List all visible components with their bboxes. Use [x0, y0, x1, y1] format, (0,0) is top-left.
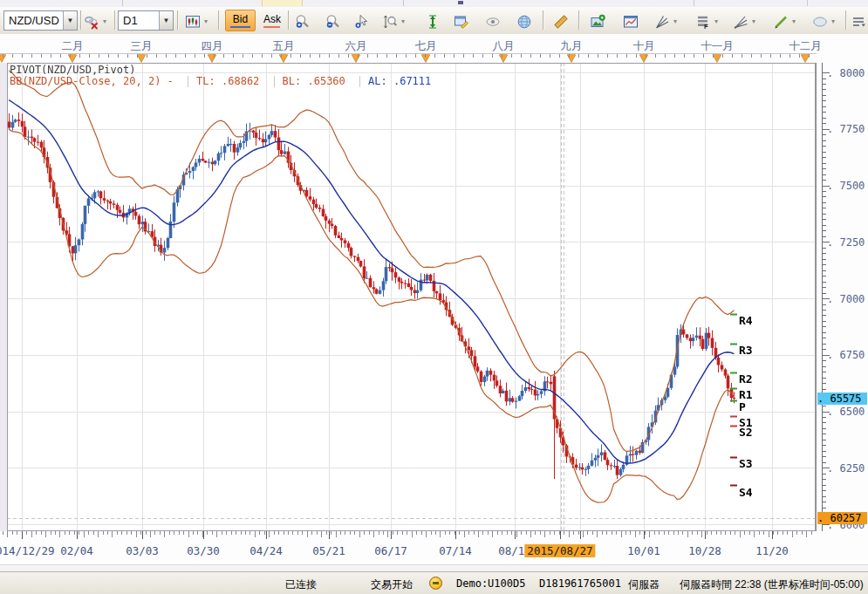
chevron-down-icon[interactable]: ▼	[159, 11, 173, 30]
ruler-tick	[617, 54, 618, 58]
month-label: 七月	[415, 39, 437, 54]
chevron-down-icon[interactable]: ▾	[673, 17, 677, 25]
chevron-down-icon[interactable]: ▾	[752, 17, 755, 25]
ruler-tick	[166, 54, 167, 58]
ruler-tick	[12, 54, 13, 58]
period-select[interactable]: D1 ▼	[118, 10, 174, 31]
ruler-tick	[682, 531, 683, 535]
ruler-tick	[3, 531, 3, 535]
ruler-tick	[321, 531, 322, 537]
chevron-down-icon[interactable]: ▾	[204, 17, 208, 25]
ruler-tick	[435, 531, 436, 535]
zoom-out-button[interactable]	[321, 10, 345, 33]
ruler-tick	[550, 54, 550, 58]
ruler-tick	[169, 531, 170, 535]
pencil-line-button[interactable]	[769, 10, 793, 33]
bid-button[interactable]: Bid	[225, 10, 256, 31]
globe-button[interactable]	[512, 10, 537, 33]
ruler-tick	[93, 531, 94, 535]
price-tick	[823, 451, 826, 452]
ruler-button[interactable]	[549, 10, 573, 33]
ruler-tick	[587, 531, 588, 535]
vertical-zoom-button[interactable]	[378, 10, 402, 33]
pitchfork-button[interactable]	[650, 10, 674, 33]
chart-type-button[interactable]	[181, 10, 205, 33]
date-major-tick	[772, 531, 773, 539]
pitchfork-icon	[654, 14, 670, 30]
ruler-tick	[742, 54, 742, 58]
chevron-down-icon[interactable]: ▾	[714, 17, 718, 25]
ruler-tick	[146, 531, 147, 535]
eye-button[interactable]	[481, 10, 505, 33]
price-tick	[823, 112, 826, 113]
price-tick	[823, 366, 826, 367]
cursor-zoom-button[interactable]	[350, 10, 374, 33]
chevron-down-icon[interactable]: ▼	[63, 11, 77, 30]
price-tick	[823, 490, 826, 491]
ruler-tick	[654, 531, 655, 535]
unlink-button[interactable]	[79, 10, 104, 33]
ruler-tick	[630, 531, 631, 535]
ruler-tick	[195, 54, 195, 58]
chevron-down-icon[interactable]: ▾	[401, 17, 405, 25]
price-tick-label: . 7500	[827, 180, 865, 192]
fibonacci-button[interactable]: F	[691, 10, 715, 33]
ruler-tick	[331, 531, 331, 535]
price-tick	[823, 219, 826, 220]
ruler-tick	[482, 531, 483, 535]
price-tick	[823, 264, 826, 265]
price-tick	[823, 106, 826, 107]
ruler-tick	[497, 531, 498, 535]
pivot-level-label-r4: R4	[739, 316, 753, 326]
chart-plot-area[interactable]: PIVOT(NZD/USD,Pivot) BB(NZD/USD-Close, 2…	[7, 63, 816, 531]
price-tick	[823, 293, 826, 294]
current-price-tag: . 65575	[817, 393, 867, 405]
ruler-tick	[319, 54, 320, 58]
date-tick-label: 11/20	[755, 544, 789, 557]
ruler-tick	[751, 54, 752, 58]
ruler-tick	[730, 531, 731, 535]
price-tick	[823, 321, 826, 322]
ruler-tick	[540, 54, 541, 58]
ruler-tick	[326, 531, 327, 535]
line-list-button[interactable]	[846, 10, 868, 33]
ruler-tick	[317, 531, 318, 535]
price-axis[interactable]: . 8000. 7750. 7500. 7250. 7000. 6750. 65…	[816, 63, 868, 531]
chart-window-button[interactable]	[619, 10, 643, 33]
ask-button[interactable]: Ask	[258, 10, 285, 31]
ruler-tick	[468, 531, 469, 535]
ruler-tick	[684, 54, 685, 58]
chevron-down-icon[interactable]: ▾	[831, 17, 835, 25]
ruler-tick	[407, 531, 407, 535]
top-strip-separator	[807, 0, 808, 6]
ruler-tick	[70, 54, 71, 58]
edit-window-button[interactable]	[449, 10, 474, 33]
month-marker-triangle	[208, 54, 216, 62]
price-ruler	[822, 63, 823, 531]
vertical-fit-button[interactable]	[420, 10, 445, 33]
price-tick	[823, 383, 826, 384]
price-tick	[823, 208, 826, 208]
ruler-tick	[137, 54, 138, 58]
ruler-tick	[226, 531, 227, 535]
ruler-tick	[41, 531, 42, 535]
price-chart-canvas[interactable]	[7, 63, 816, 531]
ruler-tick	[773, 531, 774, 535]
add-image-button[interactable]	[585, 10, 610, 33]
ellipse-tool-button[interactable]	[808, 10, 832, 33]
ruler-tick	[241, 531, 242, 535]
ruler-tick	[425, 54, 426, 58]
symbol-select[interactable]: NZD/USD ▼	[3, 10, 78, 31]
chevron-down-icon[interactable]: ▾	[792, 17, 796, 25]
ruler-tick	[459, 531, 460, 535]
zoom-in-button[interactable]	[290, 10, 315, 33]
ruler-tick	[612, 531, 612, 535]
date-axis[interactable]: 2014/12/2902/0403/0303/3004/2405/2106/17…	[0, 531, 868, 564]
ruler-tick	[583, 531, 584, 537]
chevron-down-icon[interactable]: ▾	[103, 17, 106, 25]
ruler-tick	[79, 54, 80, 58]
ruler-tick	[744, 531, 745, 535]
ruler-tick	[204, 54, 205, 58]
fan-lines-button[interactable]	[728, 10, 753, 33]
ruler-tick	[338, 54, 339, 58]
